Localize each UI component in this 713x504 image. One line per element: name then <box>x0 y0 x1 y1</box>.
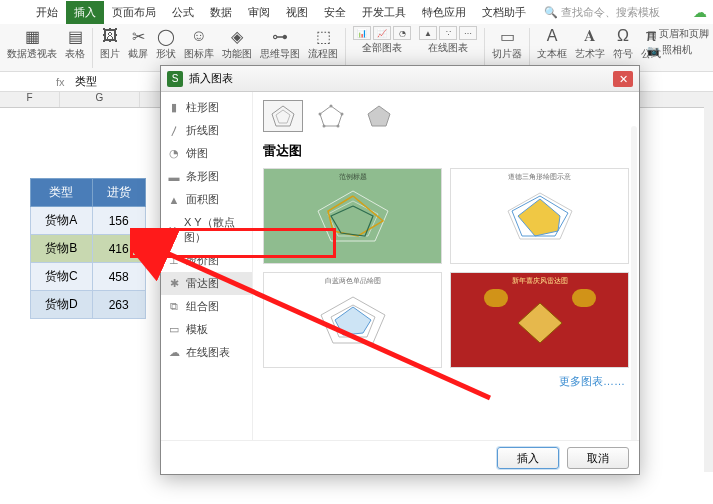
ribbon-tabs: 开始 插入 页面布局 公式 数据 审阅 视图 安全 开发工具 特色应用 文档助手… <box>0 0 713 24</box>
pivot-table-button[interactable]: ▦数据透视表 <box>4 26 60 61</box>
close-icon[interactable]: ✕ <box>613 71 633 87</box>
radar-subtype-1[interactable] <box>263 100 303 132</box>
preview-card-3[interactable]: 白蓝两色单品绘图 <box>263 272 442 368</box>
chart-type-area[interactable]: ▲面积图 <box>161 188 252 211</box>
chart-type-combo[interactable]: ⧉组合图 <box>161 295 252 318</box>
tab-dochelper[interactable]: 文档助手 <box>474 1 534 24</box>
formula-value[interactable]: 类型 <box>71 74 97 89</box>
radar-subtype-2[interactable] <box>311 100 351 132</box>
pie-chart-icon[interactable]: ◔ <box>393 26 411 40</box>
svg-point-5 <box>337 125 340 128</box>
svg-point-7 <box>319 113 322 116</box>
tab-special[interactable]: 特色应用 <box>414 1 474 24</box>
preview-card-4[interactable]: 新年喜庆风雷达图 <box>450 272 629 368</box>
more-charts-link[interactable]: 更多图表…… <box>263 368 629 389</box>
camera-button[interactable]: 📷照相机 <box>647 42 709 58</box>
smartart-button[interactable]: ◈功能图 <box>219 26 255 61</box>
tab-security[interactable]: 安全 <box>316 1 354 24</box>
chart-type-radar[interactable]: ✱雷达图 <box>161 272 252 295</box>
bar-chart-icon[interactable]: 📊 <box>353 26 371 40</box>
line-chart-icon: 〳 <box>167 125 181 137</box>
radar-subtype-3[interactable] <box>359 100 399 132</box>
table-header[interactable]: 进货 <box>92 179 145 207</box>
table-row[interactable]: 货物A156 <box>31 207 146 235</box>
insert-chart-dialog: S 插入图表 ✕ ▮柱形图 〳折线图 ◔饼图 ▬条形图 ▲面积图 ∵X Y（散点… <box>160 65 640 475</box>
fx-label[interactable]: fx <box>50 76 71 88</box>
symbol-button[interactable]: Ω符号 <box>610 26 636 61</box>
chart-type-list: ▮柱形图 〳折线图 ◔饼图 ▬条形图 ▲面积图 ∵X Y（散点图） ⊥股价图 ✱… <box>161 92 253 440</box>
dialog-title-text: 插入图表 <box>189 71 233 86</box>
camera-icon: 📷 <box>647 45 659 56</box>
pie-chart-icon: ◔ <box>167 148 181 160</box>
tab-review[interactable]: 审阅 <box>240 1 278 24</box>
insert-button[interactable]: 插入 <box>497 447 559 469</box>
right-toolbar: ▤页眉和页脚 📷照相机 <box>647 26 709 58</box>
wordart-button[interactable]: 𝐀艺术字 <box>572 26 608 61</box>
preview-card-1[interactable]: 范例标题 <box>263 168 442 264</box>
svg-marker-8 <box>368 106 390 126</box>
table-button[interactable]: ▤表格 <box>62 26 88 61</box>
icons-button[interactable]: ☺图标库 <box>181 26 217 61</box>
table-row[interactable]: 货物B416 <box>31 235 146 263</box>
chart-type-stock[interactable]: ⊥股价图 <box>161 249 252 272</box>
command-search[interactable]: 🔍 查找命令、搜索模板 <box>544 5 660 20</box>
all-charts-button[interactable]: 📊 📈 ◔ 全部图表 <box>350 26 414 55</box>
area-chart-icon[interactable]: ▲ <box>419 26 437 40</box>
data-table: 类型 进货 货物A156 货物B416 货物C458 货物D263 <box>30 178 146 319</box>
svg-marker-19 <box>518 303 562 343</box>
chart-type-pie[interactable]: ◔饼图 <box>161 142 252 165</box>
tab-layout[interactable]: 页面布局 <box>104 1 164 24</box>
chart-preview-pane: 雷达图 范例标题 道德三角形绘图示意 <box>253 92 639 440</box>
tab-dev[interactable]: 开发工具 <box>354 1 414 24</box>
flowchart-button[interactable]: ⬚流程图 <box>305 26 341 61</box>
dialog-footer: 插入 取消 <box>161 440 639 475</box>
cancel-button[interactable]: 取消 <box>567 447 629 469</box>
line-chart-icon[interactable]: 📈 <box>373 26 391 40</box>
picture-button[interactable]: 🖼图片 <box>97 26 123 61</box>
table-row[interactable]: 货物D263 <box>31 291 146 319</box>
chart-type-bar[interactable]: ▬条形图 <box>161 165 252 188</box>
more-chart-icon[interactable]: ⋯ <box>459 26 477 40</box>
cloud-icon[interactable]: ☁ <box>693 4 707 20</box>
col-f[interactable]: F <box>0 92 60 107</box>
preview-scrollbar[interactable] <box>631 126 637 440</box>
tab-view[interactable]: 视图 <box>278 1 316 24</box>
scatter-chart-icon: ∵ <box>167 224 179 236</box>
header-footer-button[interactable]: ▤页眉和页脚 <box>647 26 709 42</box>
stock-chart-icon: ⊥ <box>167 255 181 267</box>
slicer-button[interactable]: ▭切片器 <box>489 26 525 61</box>
chart-type-line[interactable]: 〳折线图 <box>161 119 252 142</box>
screenshot-button[interactable]: ✂截屏 <box>125 26 151 61</box>
scatter-chart-icon[interactable]: ∵ <box>439 26 457 40</box>
svg-marker-2 <box>320 106 342 126</box>
textbox-button[interactable]: A文本框 <box>534 26 570 61</box>
shapes-button[interactable]: ◯形状 <box>153 26 179 61</box>
tab-start[interactable]: 开始 <box>28 1 66 24</box>
svg-point-4 <box>341 113 344 116</box>
vertical-scrollbar[interactable] <box>704 92 713 472</box>
chart-type-column[interactable]: ▮柱形图 <box>161 96 252 119</box>
chart-type-online[interactable]: ☁在线图表 <box>161 341 252 364</box>
combo-chart-icon: ⧉ <box>167 301 181 313</box>
preview-card-2[interactable]: 道德三角形绘图示意 <box>450 168 629 264</box>
radar-subtype-row <box>263 100 629 132</box>
tab-formula[interactable]: 公式 <box>164 1 202 24</box>
app-logo-icon: S <box>167 71 183 87</box>
svg-marker-16 <box>335 307 371 335</box>
column-chart-icon: ▮ <box>167 102 181 114</box>
svg-point-6 <box>323 125 326 128</box>
chart-type-scatter[interactable]: ∵X Y（散点图） <box>161 211 252 249</box>
mindmap-button[interactable]: ⊶思维导图 <box>257 26 303 61</box>
svg-rect-17 <box>484 289 508 307</box>
tab-insert[interactable]: 插入 <box>66 1 104 24</box>
dialog-titlebar[interactable]: S 插入图表 ✕ <box>161 66 639 92</box>
table-row[interactable]: 货物C458 <box>31 263 146 291</box>
table-header[interactable]: 类型 <box>31 179 93 207</box>
svg-point-3 <box>330 105 333 108</box>
chart-type-template[interactable]: ▭模板 <box>161 318 252 341</box>
svg-marker-1 <box>276 110 290 123</box>
radar-chart-icon: ✱ <box>167 278 181 290</box>
col-g[interactable]: G <box>60 92 140 107</box>
tab-data[interactable]: 数据 <box>202 1 240 24</box>
online-charts-button[interactable]: ▲ ∵ ⋯ 在线图表 <box>416 26 480 55</box>
